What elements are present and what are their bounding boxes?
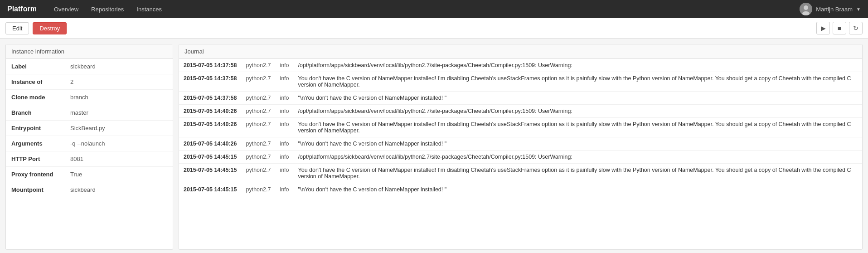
journal-row: 2015-07-05 14:40:26 python2.7 info /opt/… <box>179 105 862 118</box>
journal-source: python2.7 <box>241 151 275 164</box>
instance-info-row: Branchmaster <box>6 105 173 121</box>
journal-message: /opt/platform/apps/sickbeard/venv/local/… <box>294 59 862 72</box>
instance-info-row: Proxy frontendTrue <box>6 167 173 182</box>
destroy-button[interactable]: Destroy <box>33 22 67 34</box>
journal-level: info <box>275 105 293 118</box>
info-label: Entrypoint <box>6 121 65 136</box>
journal-timestamp: 2015-07-05 14:45:15 <box>179 183 241 196</box>
journal-row: 2015-07-05 14:40:26 python2.7 info You d… <box>179 118 862 137</box>
journal-source: python2.7 <box>241 72 275 92</box>
info-label: Mountpoint <box>6 182 65 198</box>
instance-info-row: Arguments-q --nolaunch <box>6 136 173 151</box>
journal-message: You don't have the C version of NameMapp… <box>294 118 862 137</box>
svg-point-1 <box>804 5 808 10</box>
nav-item-instances[interactable]: Instances <box>130 0 168 18</box>
journal-source: python2.7 <box>241 118 275 137</box>
journal-title: Journal <box>179 44 862 59</box>
info-label: Proxy frontend <box>6 167 65 182</box>
info-label: Arguments <box>6 136 65 151</box>
journal-message: You don't have the C version of NameMapp… <box>294 72 862 92</box>
nav-item-overview[interactable]: Overview <box>48 0 85 18</box>
toolbar-right: ▶ ■ ↻ <box>816 22 863 34</box>
journal-message: "\nYou don't have the C version of NameM… <box>294 183 862 196</box>
journal-message: "\nYou don't have the C version of NameM… <box>294 137 862 151</box>
nav-item-repositories[interactable]: Repositories <box>85 0 130 18</box>
journal-timestamp: 2015-07-05 14:37:58 <box>179 92 241 105</box>
journal-level: info <box>275 151 293 164</box>
journal-level: info <box>275 92 293 105</box>
journal-message: /opt/platform/apps/sickbeard/venv/local/… <box>294 105 862 118</box>
edit-button[interactable]: Edit <box>5 22 29 34</box>
journal-message: /opt/platform/apps/sickbeard/venv/local/… <box>294 151 862 164</box>
info-label: Label <box>6 59 65 74</box>
journal-source: python2.7 <box>241 92 275 105</box>
info-value: 2 <box>65 74 173 90</box>
journal-timestamp: 2015-07-05 14:37:58 <box>179 59 241 72</box>
info-value: branch <box>65 90 173 105</box>
journal-message: You don't have the C version of NameMapp… <box>294 164 862 183</box>
journal-timestamp: 2015-07-05 14:40:26 <box>179 118 241 137</box>
journal-row: 2015-07-05 14:40:26 python2.7 info "\nYo… <box>179 137 862 151</box>
journal-timestamp: 2015-07-05 14:45:15 <box>179 151 241 164</box>
instance-info-row: EntrypointSickBeard.py <box>6 121 173 136</box>
journal-source: python2.7 <box>241 164 275 183</box>
journal-timestamp: 2015-07-05 14:40:26 <box>179 137 241 151</box>
info-value: sickbeard <box>65 59 173 74</box>
instance-panel-title: Instance information <box>6 44 173 59</box>
toolbar: Edit Destroy ▶ ■ ↻ <box>0 18 868 39</box>
user-menu[interactable]: Martijn Braam ▼ <box>800 3 861 15</box>
journal-panel: Journal 2015-07-05 14:37:58 python2.7 in… <box>179 44 863 250</box>
journal-row: 2015-07-05 14:37:58 python2.7 info You d… <box>179 72 862 92</box>
instance-info-row: Clone modebranch <box>6 90 173 105</box>
journal-row: 2015-07-05 14:45:15 python2.7 info "\nYo… <box>179 183 862 196</box>
info-value: 8081 <box>65 151 173 167</box>
journal-source: python2.7 <box>241 59 275 72</box>
info-value: SickBeard.py <box>65 121 173 136</box>
info-value: True <box>65 167 173 182</box>
journal-source: python2.7 <box>241 105 275 118</box>
instance-info-row: Labelsickbeard <box>6 59 173 74</box>
journal-table: 2015-07-05 14:37:58 python2.7 info /opt/… <box>179 59 862 196</box>
journal-timestamp: 2015-07-05 14:37:58 <box>179 72 241 92</box>
user-name: Martijn Braam <box>816 6 853 13</box>
avatar <box>800 3 812 15</box>
play-button[interactable]: ▶ <box>816 22 830 34</box>
journal-level: info <box>275 183 293 196</box>
journal-level: info <box>275 164 293 183</box>
instance-info-row: Mountpointsickbeard <box>6 182 173 198</box>
navbar: Platform Overview Repositories Instances… <box>0 0 868 18</box>
info-value: sickbeard <box>65 182 173 198</box>
journal-row: 2015-07-05 14:45:15 python2.7 info /opt/… <box>179 151 862 164</box>
journal-level: info <box>275 72 293 92</box>
info-value: -q --nolaunch <box>65 136 173 151</box>
journal-level: info <box>275 137 293 151</box>
journal-row: 2015-07-05 14:37:58 python2.7 info "\nYo… <box>179 92 862 105</box>
info-value: master <box>65 105 173 121</box>
journal-level: info <box>275 118 293 137</box>
journal-source: python2.7 <box>241 183 275 196</box>
instance-info-table: LabelsickbeardInstance of2Clone modebran… <box>6 59 173 197</box>
instance-info-row: Instance of2 <box>6 74 173 90</box>
info-label: HTTP Port <box>6 151 65 167</box>
journal-timestamp: 2015-07-05 14:40:26 <box>179 105 241 118</box>
info-label: Clone mode <box>6 90 65 105</box>
stop-button[interactable]: ■ <box>833 22 846 34</box>
brand-title: Platform <box>7 5 37 13</box>
journal-source: python2.7 <box>241 137 275 151</box>
journal-timestamp: 2015-07-05 14:45:15 <box>179 164 241 183</box>
chevron-down-icon: ▼ <box>856 7 861 12</box>
instance-panel: Instance information LabelsickbeardInsta… <box>5 44 173 250</box>
journal-row: 2015-07-05 14:37:58 python2.7 info /opt/… <box>179 59 862 72</box>
info-label: Instance of <box>6 74 65 90</box>
journal-message: "\nYou don't have the C version of NameM… <box>294 92 862 105</box>
journal-level: info <box>275 59 293 72</box>
info-label: Branch <box>6 105 65 121</box>
main-content: Instance information LabelsickbeardInsta… <box>0 39 868 253</box>
journal-row: 2015-07-05 14:45:15 python2.7 info You d… <box>179 164 862 183</box>
instance-info-row: HTTP Port8081 <box>6 151 173 167</box>
journal-content: 2015-07-05 14:37:58 python2.7 info /opt/… <box>179 59 862 249</box>
refresh-button[interactable]: ↻ <box>849 22 863 34</box>
nav-links: Overview Repositories Instances <box>48 0 800 18</box>
